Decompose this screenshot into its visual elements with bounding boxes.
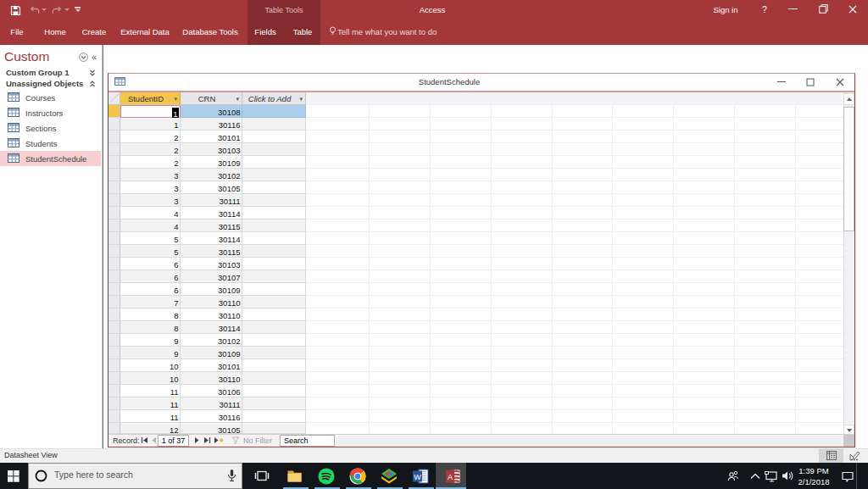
svg-text:W: W (414, 473, 421, 481)
svg-text:A: A (448, 473, 453, 481)
